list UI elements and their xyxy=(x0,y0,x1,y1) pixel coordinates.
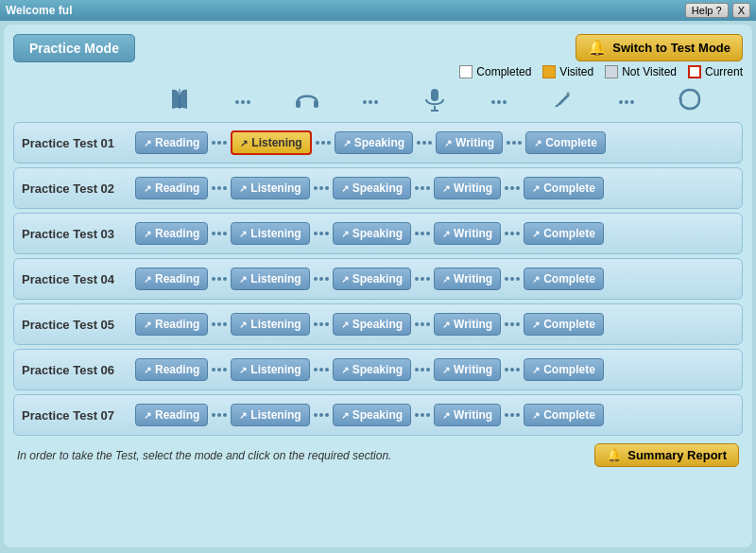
section-speaking-button[interactable]: ↗Speaking xyxy=(333,222,411,245)
section-label: Listening xyxy=(250,408,301,422)
section-complete-button[interactable]: ↗Complete xyxy=(524,404,604,426)
section-arrow-icon: ↗ xyxy=(532,229,540,239)
section-speaking-button[interactable]: ↗Speaking xyxy=(333,404,411,426)
section-writing-button[interactable]: ↗Writing xyxy=(436,131,503,154)
section-speaking-button[interactable]: ↗Speaking xyxy=(335,131,413,154)
section-dots xyxy=(417,141,432,145)
section-dots xyxy=(314,232,329,235)
speaking-column-icon xyxy=(382,86,487,118)
section-complete-button[interactable]: ↗Complete xyxy=(524,222,604,245)
section-listening-button[interactable]: ↗Listening xyxy=(231,404,309,426)
section-complete-button[interactable]: ↗Complete xyxy=(524,313,604,336)
section-label: Writing xyxy=(454,408,492,422)
section-label: Reading xyxy=(155,181,199,195)
section-listening-button[interactable]: ↗Listening xyxy=(231,177,309,199)
not-visited-box xyxy=(605,65,618,78)
section-arrow-icon: ↗ xyxy=(341,365,349,375)
section-writing-button[interactable]: ↗Writing xyxy=(434,177,501,199)
section-writing-button[interactable]: ↗Writing xyxy=(434,313,501,336)
section-complete-button[interactable]: ↗Complete xyxy=(524,177,604,199)
section-complete-button[interactable]: ↗Complete xyxy=(524,358,604,381)
section-speaking-button[interactable]: ↗Speaking xyxy=(333,313,411,336)
section-arrow-icon: ↗ xyxy=(532,410,540,421)
test-sections: ↗Reading↗Listening↗Speaking↗Writing↗Comp… xyxy=(135,222,734,245)
section-label: Speaking xyxy=(352,408,403,422)
section-dots xyxy=(505,413,520,417)
svg-rect-0 xyxy=(296,100,301,108)
section-arrow-icon: ↗ xyxy=(239,410,247,421)
section-listening-button[interactable]: ↗Listening xyxy=(231,268,309,290)
section-label: Listening xyxy=(250,363,301,376)
section-arrow-icon: ↗ xyxy=(442,320,450,330)
test-label: Practice Test 02 xyxy=(22,181,135,196)
section-label: Reading xyxy=(155,408,199,422)
section-label: Listening xyxy=(250,181,301,195)
section-listening-button[interactable]: ↗Listening xyxy=(231,130,311,155)
section-dots xyxy=(415,368,430,372)
section-dots xyxy=(314,413,329,417)
help-button[interactable]: Help ? xyxy=(685,3,729,18)
section-writing-button[interactable]: ↗Writing xyxy=(434,268,501,290)
section-label: Writing xyxy=(454,272,492,285)
section-listening-button[interactable]: ↗Listening xyxy=(231,313,309,336)
section-arrow-icon: ↗ xyxy=(239,365,247,375)
svg-rect-1 xyxy=(314,100,318,108)
section-arrow-icon: ↗ xyxy=(442,229,450,239)
test-label: Practice Test 01 xyxy=(22,136,135,150)
section-label: Speaking xyxy=(352,363,403,376)
section-writing-button[interactable]: ↗Writing xyxy=(434,222,501,245)
section-label: Speaking xyxy=(352,318,403,331)
svg-rect-2 xyxy=(431,89,438,101)
section-writing-button[interactable]: ↗Writing xyxy=(434,358,501,381)
current-label: Current xyxy=(705,65,743,78)
section-complete-button[interactable]: ↗Complete xyxy=(524,268,604,290)
section-reading-button[interactable]: ↗Reading xyxy=(135,222,208,245)
test-row: Practice Test 01↗Reading↗Listening↗Speak… xyxy=(13,122,743,164)
section-arrow-icon: ↗ xyxy=(144,229,151,239)
section-writing-button[interactable]: ↗Writing xyxy=(434,404,501,426)
switch-to-test-mode-button[interactable]: 🔔 Switch to Test Mode xyxy=(576,34,743,61)
section-listening-button[interactable]: ↗Listening xyxy=(231,358,309,381)
legend-not-visited: Not Visited xyxy=(605,65,677,78)
section-listening-button[interactable]: ↗Listening xyxy=(231,222,309,245)
section-arrow-icon: ↗ xyxy=(532,183,540,194)
test-row: Practice Test 03↗Reading↗Listening↗Speak… xyxy=(13,213,743,254)
section-speaking-button[interactable]: ↗Speaking xyxy=(333,268,411,290)
section-arrow-icon: ↗ xyxy=(144,138,151,148)
section-arrow-icon: ↗ xyxy=(144,410,151,421)
section-dots xyxy=(415,413,430,417)
section-dots xyxy=(212,368,227,372)
section-label: Listening xyxy=(250,272,301,285)
section-dots xyxy=(212,141,227,145)
section-reading-button[interactable]: ↗Reading xyxy=(135,358,208,381)
section-dots xyxy=(314,186,329,190)
section-complete-button[interactable]: ↗Complete xyxy=(525,131,606,154)
section-label: Complete xyxy=(543,408,595,422)
close-button[interactable]: X xyxy=(732,3,750,18)
section-reading-button[interactable]: ↗Reading xyxy=(135,131,208,154)
summary-report-button[interactable]: 🔔 Summary Report xyxy=(594,443,739,467)
tests-container: Practice Test 01↗Reading↗Listening↗Speak… xyxy=(13,122,743,436)
section-label: Listening xyxy=(250,318,301,331)
section-reading-button[interactable]: ↗Reading xyxy=(135,268,208,290)
complete-column-icon xyxy=(638,86,743,118)
section-label: Reading xyxy=(155,272,199,285)
section-arrow-icon: ↗ xyxy=(442,183,450,194)
section-dots xyxy=(507,141,522,145)
section-arrow-icon: ↗ xyxy=(532,320,540,330)
section-arrow-icon: ↗ xyxy=(534,138,541,148)
title-bar-text: Welcome ful xyxy=(6,4,72,17)
title-bar: Welcome ful Help ? X xyxy=(0,0,756,21)
section-speaking-button[interactable]: ↗Speaking xyxy=(333,358,411,381)
section-dots xyxy=(415,186,430,190)
section-arrow-icon: ↗ xyxy=(341,410,349,421)
section-reading-button[interactable]: ↗Reading xyxy=(135,404,208,426)
section-speaking-button[interactable]: ↗Speaking xyxy=(333,177,411,199)
footer-hint: In order to take the Test, select the mo… xyxy=(17,449,391,462)
current-box xyxy=(688,65,701,78)
section-label: Complete xyxy=(543,318,595,331)
section-reading-button[interactable]: ↗Reading xyxy=(135,313,208,336)
section-label: Listening xyxy=(251,136,301,149)
section-dots xyxy=(415,232,430,235)
section-reading-button[interactable]: ↗Reading xyxy=(135,177,208,199)
